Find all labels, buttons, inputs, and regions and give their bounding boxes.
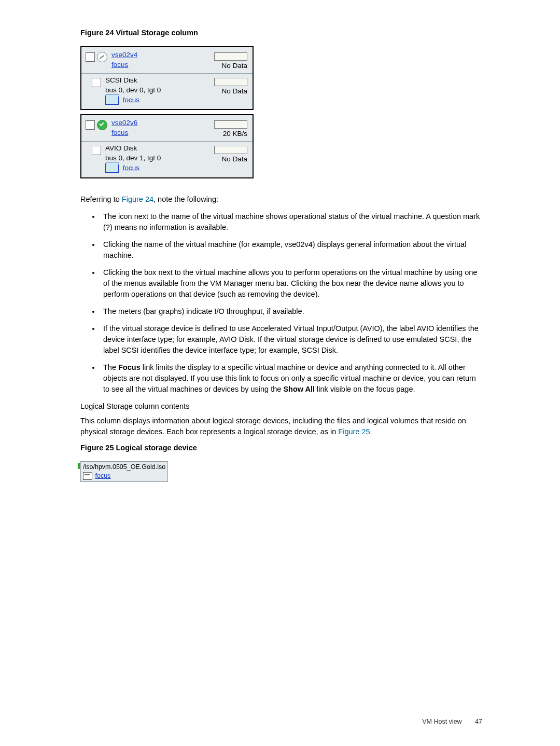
focus-link[interactable]: focus — [111, 129, 128, 136]
focus-link[interactable]: focus — [123, 96, 139, 104]
section-heading: Logical Storage column contents — [80, 402, 482, 410]
figure-24-ref[interactable]: Figure 24 — [122, 195, 153, 203]
focus-link[interactable]: focus — [111, 61, 128, 68]
intro-paragraph: Referring to Figure 24, note the followi… — [80, 194, 482, 205]
logical-storage-box: /iso/hpvm.0505_OE.Gold.iso focus — [80, 461, 168, 482]
io-meter — [214, 78, 247, 86]
figure-25: /iso/hpvm.0505_OE.Gold.iso focus — [80, 461, 482, 482]
vm-checkbox[interactable] — [86, 120, 95, 130]
page-number: 47 — [475, 718, 482, 725]
disk-icon — [105, 95, 119, 105]
figure-24: vse02v4 focus No Data SCSI Disk bus 0, d… — [80, 46, 482, 178]
device-row: SCSI Disk bus 0, dev 0, tgt 0 focus No D… — [81, 73, 253, 109]
vm-row: vse02v6 focus 20 KB/s — [81, 115, 253, 141]
vm-checkbox[interactable] — [86, 52, 95, 62]
device-bus: bus 0, dev 0, tgt 0 — [105, 86, 161, 94]
status-ok-icon — [97, 120, 107, 130]
list-item: The meters (bar graphs) indicate I/O thr… — [100, 306, 482, 317]
meter-value: No Data — [221, 62, 247, 70]
meter-value: No Data — [221, 87, 247, 95]
device-checkbox[interactable] — [92, 78, 101, 87]
meter-value: 20 KB/s — [223, 130, 247, 137]
disk-icon — [105, 163, 119, 173]
list-item: Clicking the box next to the virtual mac… — [100, 267, 482, 300]
figure-24-caption: Figure 24 Virtual Storage column — [80, 29, 482, 37]
list-item: The Focus link limits the display to a s… — [100, 362, 482, 395]
list-item: Clicking the name of the virtual machine… — [100, 239, 482, 261]
device-checkbox[interactable] — [92, 146, 101, 155]
status-unknown-icon — [97, 52, 107, 62]
file-icon — [83, 472, 92, 480]
bullet-list: The icon next to the name of the virtual… — [80, 211, 482, 395]
focus-link[interactable]: focus — [95, 472, 110, 479]
device-label: AVIO Disk — [105, 144, 137, 152]
device-label: SCSI Disk — [105, 76, 137, 84]
logical-path: /iso/hpvm.0505_OE.Gold.iso — [83, 463, 165, 472]
vm-group-2: vse02v6 focus 20 KB/s AVIO Disk bus 0, d… — [80, 114, 254, 178]
io-meter — [214, 146, 247, 154]
meter-value: No Data — [221, 155, 247, 163]
tick-icon — [78, 463, 80, 469]
device-bus: bus 0, dev 1, tgt 0 — [105, 154, 161, 162]
vm-row: vse02v4 focus No Data — [81, 47, 253, 73]
footer-section: VM Host view — [422, 718, 461, 725]
vm-name-link[interactable]: vse02v6 — [111, 119, 137, 127]
list-item: The icon next to the name of the virtual… — [100, 211, 482, 233]
vm-group-1: vse02v4 focus No Data SCSI Disk bus 0, d… — [80, 46, 254, 110]
figure-25-ref[interactable]: Figure 25 — [338, 427, 370, 436]
logical-storage-paragraph: This column displays information about l… — [80, 416, 482, 437]
page-footer: VM Host view 47 — [422, 718, 482, 725]
vm-name-link[interactable]: vse02v4 — [111, 51, 137, 59]
list-item: If the virtual storage device is defined… — [100, 323, 482, 356]
device-row: AVIO Disk bus 0, dev 1, tgt 0 focus No D… — [81, 141, 253, 177]
io-meter — [214, 120, 247, 129]
focus-link[interactable]: focus — [123, 164, 139, 172]
figure-25-caption: Figure 25 Logical storage device — [80, 444, 482, 452]
io-meter — [214, 52, 247, 61]
